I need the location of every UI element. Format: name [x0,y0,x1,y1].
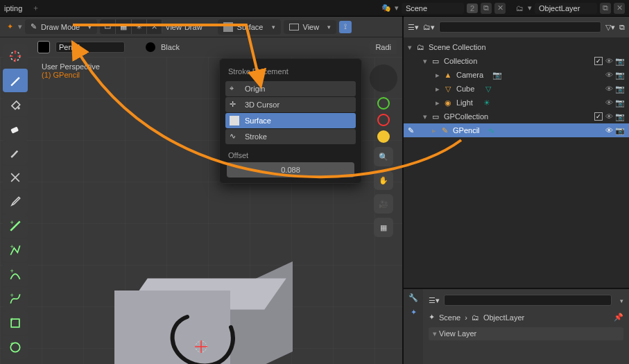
stroke-placement-popover: Stroke Placement ⌖Origin ✛3D Cursor Surf… [219,58,362,184]
duplicate-scene-button[interactable]: ⧉ [481,3,492,14]
delete-scene-button[interactable]: ✕ [494,3,506,14]
menu-draw[interactable]: Draw [184,23,203,31]
tool-cursor3d[interactable] [3,44,28,68]
guides-toggle[interactable]: ⟟ [339,21,352,33]
delete-layer-button[interactable]: ✕ [614,3,625,14]
zoom-button[interactable]: 🔍 [374,147,393,166]
left-toolbar: + + + + + + [3,44,31,359]
offset-label: Offset [228,151,353,159]
outliner-row-gpencil[interactable]: ✎ ▸ ✎ GPencil ∿ 👁 📷 [404,123,629,137]
outliner-scene-collection-row[interactable]: ▾🗂 Scene Collection [404,40,629,54]
properties-panel: 🔧 ✦ ☰▾ ✦Scene › 🗂ObjectLayer 📌 ▾ View La… [404,288,629,364]
brush-name-field[interactable] [55,42,125,53]
popover-title: Stroke Placement [228,67,353,76]
tool-polyline[interactable]: + [3,239,28,262]
tool-cutter[interactable] [3,166,28,189]
view-layer-name-field[interactable]: ObjectLayer [535,3,597,14]
pan-button[interactable]: ✋ [374,171,393,190]
tool-eyedropper[interactable] [3,190,28,214]
svg-text:+: + [10,268,14,275]
menu-view[interactable]: View [165,23,182,31]
props-options-button[interactable] [616,296,623,304]
placement-option-origin[interactable]: ⌖Origin [225,81,356,96]
props-tab-render[interactable]: ✦ [411,308,417,317]
svg-point-1 [17,107,19,109]
radius-slider[interactable]: Radi [370,40,397,54]
outliner-row-gpcollection[interactable]: ▾▭ GPCollection 👁 📷 [404,110,629,123]
outliner-search-input[interactable] [439,21,601,33]
tool-tint[interactable] [3,141,28,165]
axis-y-dot[interactable] [377,97,390,110]
3d-viewport[interactable]: ✦▾ ✎ Draw Mode ▭▦✳⤫ View Draw Surface Vi… [0,17,402,364]
placement-option-stroke[interactable]: ∿Stroke [225,129,356,144]
tool-draw[interactable] [3,69,28,92]
outliner-filter-button[interactable]: ▽▾ [605,23,615,32]
add-workspace-icon[interactable]: ＋ [32,3,40,13]
viewport-header: ✦▾ ✎ Draw Mode ▭▦✳⤫ View Draw Surface Vi… [0,17,402,37]
outliner-editor-type-button[interactable]: ☰▾ [408,23,419,32]
mode-dropdown[interactable]: ✎ Draw Mode [25,19,97,34]
svg-point-11 [370,64,397,92]
outliner-row-collection[interactable]: ▾▭ Collection 👁 📷 [404,54,629,68]
material-name[interactable]: Black [161,43,180,51]
nav-gizmo[interactable] [369,64,398,93]
gp-stroke-on-surface [163,310,253,364]
tool-erase[interactable] [3,117,28,141]
tool-curve[interactable]: + [3,287,28,311]
placement-option-surface[interactable]: Surface [225,113,356,128]
layers-icon[interactable]: 🗂 [514,4,525,12]
axis-z-dot[interactable] [377,130,390,143]
placement-option-3d-cursor[interactable]: ✛3D Cursor [225,97,356,112]
duplicate-layer-button[interactable]: ⧉ [600,3,611,14]
outliner-new-collection-button[interactable]: ⧉ [619,23,625,32]
stroke-placement-dropdown[interactable]: Surface [218,19,281,35]
camera-button[interactable]: 🎥 [374,194,393,214]
props-breadcrumb: ✦Scene › 🗂ObjectLayer 📌 [429,313,623,322]
svg-text:+: + [10,340,14,347]
material-slot-icon[interactable] [146,42,155,52]
props-tab-tool[interactable]: 🔧 [408,293,418,302]
workspace-tab[interactable]: ipting [4,4,22,12]
tool-box[interactable]: + [3,311,28,335]
outliner-row-light[interactable]: ▸ ◉ Light ☀ 👁 📷 [404,96,629,110]
stroke-color-swatch[interactable] [37,41,50,53]
axis-x-dot[interactable] [377,114,390,126]
viewport-gizmo-column: 🔍 ✋ 🎥 ▦ [369,64,398,237]
tool-arc[interactable]: + [3,263,28,286]
props-search-input[interactable] [444,295,612,306]
outliner-header: ☰▾ 🗂▾ ▽▾ ⧉ [404,17,629,37]
outliner-row-camera[interactable]: ▸ ▲ Camera 📷 👁 📷 [404,68,629,82]
drawing-plane-dropdown[interactable]: View [284,20,337,34]
tool-fill[interactable] [3,93,28,116]
outliner-tree[interactable]: ▾🗂 Scene Collection ▾▭ Collection 👁 📷 ▸ … [404,37,629,288]
svg-text:+: + [10,243,14,250]
editor-type-button[interactable]: ✦ [4,22,15,31]
svg-text:+: + [10,219,14,226]
browse-scene-icon[interactable]: 🎭 [381,3,392,12]
offset-field[interactable]: 0.088 [227,162,354,177]
svg-text:+: + [10,316,14,323]
tool-line[interactable]: + [3,214,28,238]
panel-view-layer-header[interactable]: ▾ View Layer [429,327,623,340]
props-editor-type-button[interactable]: ☰▾ [429,296,440,305]
scene-name-field[interactable]: Scene [402,3,464,14]
scene-user-count: 2 [467,3,478,13]
app-topbar: ipting ＋ 🎭▾ Scene 2 ⧉ ✕ 🗂▾ ObjectLayer ⧉… [0,0,629,17]
outliner-display-mode-button[interactable]: 🗂▾ [423,23,435,32]
3d-cursor-icon [193,338,209,355]
svg-text:+: + [10,292,14,299]
tool-header: Black Radi [32,37,402,57]
persp-ortho-button[interactable]: ▦ [374,218,393,237]
svg-rect-2 [10,127,19,134]
tool-circle[interactable]: + [3,336,28,359]
pin-icon[interactable]: 📌 [614,313,623,322]
outliner-row-cube[interactable]: ▸ ▽ Cube ▽ 👁 📷 [404,82,629,96]
view-info-overlay: User Perspective (1) GPencil [42,62,100,79]
falloff-segmented[interactable]: ▭▦✳⤫ [100,19,162,34]
